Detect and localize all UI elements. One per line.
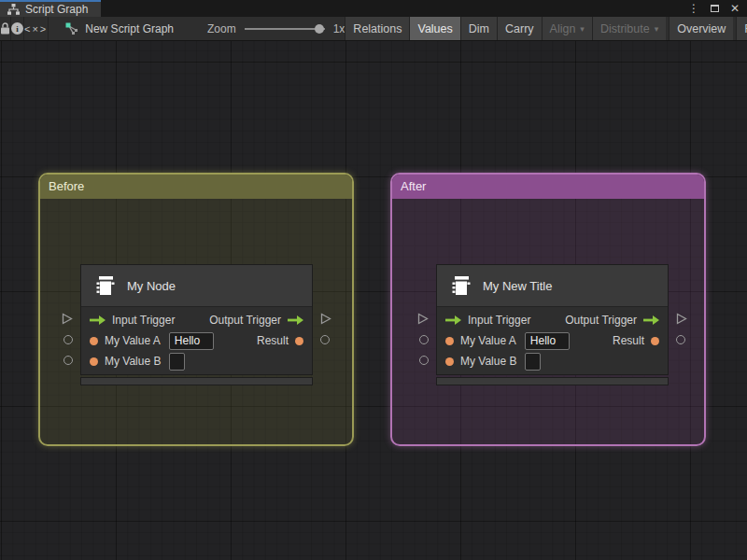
- flow-arrow-icon[interactable]: [445, 315, 461, 325]
- value-a-label: My Value A: [460, 334, 516, 347]
- flow-arrow-icon[interactable]: [288, 315, 303, 325]
- values-toggle[interactable]: Values: [409, 17, 459, 40]
- chevron-down-icon: ▾: [580, 24, 585, 34]
- node-title: My New Title: [483, 279, 552, 293]
- window-controls: ⋮ ✕: [688, 0, 747, 17]
- maximize-icon[interactable]: [711, 5, 719, 12]
- carry-toggle[interactable]: Carry: [497, 17, 542, 40]
- flow-arrow-icon[interactable]: [90, 315, 106, 325]
- overview-label: Overview: [677, 22, 726, 35]
- external-value-port-icon[interactable]: [63, 356, 73, 365]
- value-port-icon[interactable]: [90, 357, 98, 366]
- output-trigger-label: Output Trigger: [565, 314, 637, 327]
- dim-label: Dim: [469, 22, 489, 35]
- value-a-input[interactable]: [169, 332, 214, 350]
- value-port-icon[interactable]: [445, 337, 454, 345]
- flow-arrow-icon[interactable]: [643, 315, 659, 325]
- dim-toggle[interactable]: Dim: [460, 17, 497, 40]
- relations-label: Relations: [353, 22, 402, 35]
- value-b-input[interactable]: [525, 353, 541, 371]
- relations-toggle[interactable]: Relations: [345, 17, 409, 40]
- external-flow-port-icon[interactable]: [676, 313, 687, 325]
- node-title: My Node: [127, 279, 176, 293]
- external-flow-port-icon[interactable]: [62, 313, 73, 325]
- result-label: Result: [257, 334, 289, 347]
- group-after-header[interactable]: After: [392, 175, 704, 199]
- node-header[interactable]: My New Title: [437, 265, 668, 307]
- lock-button[interactable]: [0, 17, 11, 40]
- value-port-icon[interactable]: [90, 337, 98, 345]
- port-row-triggers: Input Trigger Output Trigger: [437, 310, 668, 330]
- lock-icon: [0, 22, 10, 35]
- value-port-icon[interactable]: [295, 337, 303, 345]
- node-my-new-title[interactable]: My New Title Input Trigger Output Trigge…: [436, 264, 669, 385]
- external-value-port-icon[interactable]: [676, 335, 685, 344]
- value-a-input[interactable]: [525, 332, 570, 350]
- graph-toolbar: i <×> New Script Graph Zoom 1x Relations: [0, 17, 747, 41]
- external-value-port-icon[interactable]: [320, 335, 330, 344]
- external-value-port-icon[interactable]: [419, 335, 429, 344]
- code-preview-icon: <×>: [24, 23, 48, 35]
- value-port-icon[interactable]: [445, 357, 454, 366]
- align-dropdown[interactable]: Align ▾: [542, 17, 592, 40]
- carry-label: Carry: [505, 22, 534, 35]
- port-row-value-b: My Value B: [81, 351, 312, 371]
- script-graph-tab-icon: [7, 4, 20, 15]
- port-row-value-a: My Value A Result: [437, 330, 668, 351]
- value-b-label: My Value B: [460, 355, 516, 368]
- code-preview-button[interactable]: <×>: [24, 17, 49, 40]
- distribute-dropdown[interactable]: Distribute ▾: [592, 17, 666, 40]
- zoom-slider-thumb[interactable]: [315, 24, 324, 34]
- value-b-label: My Value B: [105, 355, 161, 368]
- tab-title: Script Graph: [25, 3, 88, 16]
- distribute-label: Distribute: [600, 22, 650, 35]
- group-before-title: Before: [49, 179, 84, 193]
- toolbar-toggles: Relations Values Dim Carry Align ▾ Distr…: [345, 17, 747, 40]
- group-before-header[interactable]: Before: [40, 175, 352, 199]
- chevron-down-icon: ▾: [655, 24, 659, 34]
- graph-canvas[interactable]: Before After: [0, 41, 747, 560]
- value-a-label: My Value A: [105, 334, 161, 347]
- zoom-value: 1x: [333, 22, 345, 35]
- external-flow-port-icon[interactable]: [320, 313, 331, 325]
- port-row-value-b: My Value B: [437, 351, 668, 371]
- external-value-port-icon[interactable]: [63, 335, 73, 344]
- node-footer: [80, 377, 313, 385]
- result-label: Result: [613, 334, 644, 347]
- align-label: Align: [550, 22, 576, 35]
- close-icon[interactable]: ✕: [730, 0, 740, 17]
- input-trigger-label: Input Trigger: [468, 314, 530, 327]
- port-row-triggers: Input Trigger Output Trigger: [81, 310, 312, 330]
- port-row-value-a: My Value A Result: [81, 330, 312, 351]
- node-header[interactable]: My Node: [81, 265, 312, 307]
- values-label: Values: [417, 22, 452, 35]
- value-port-icon[interactable]: [651, 337, 659, 345]
- script-graph-window: Script Graph ⋮ ✕ i <×>: [0, 0, 747, 560]
- external-value-port-icon[interactable]: [419, 356, 429, 365]
- input-trigger-label: Input Trigger: [112, 314, 175, 327]
- graph-name-label: New Script Graph: [85, 22, 174, 35]
- info-icon: i: [11, 22, 23, 35]
- fullscreen-button[interactable]: Full Screen: [736, 17, 747, 40]
- graph-icon: [65, 22, 78, 35]
- node-footer: [436, 377, 669, 385]
- zoom-control: Zoom 1x: [207, 17, 345, 40]
- info-button[interactable]: i: [11, 17, 24, 40]
- window-menu-icon[interactable]: ⋮: [688, 0, 699, 17]
- zoom-label: Zoom: [207, 22, 236, 35]
- group-after-title: After: [401, 179, 426, 193]
- node-my-node[interactable]: My Node Input Trigger Output Trigger: [80, 264, 313, 385]
- overview-button[interactable]: Overview: [669, 17, 733, 40]
- output-trigger-label: Output Trigger: [209, 314, 281, 327]
- tab-script-graph[interactable]: Script Graph: [0, 0, 101, 17]
- unit-node-icon: [92, 274, 118, 297]
- unit-node-icon: [448, 274, 473, 297]
- external-flow-port-icon[interactable]: [417, 313, 429, 325]
- value-b-input[interactable]: [169, 353, 185, 371]
- zoom-slider[interactable]: [245, 28, 325, 30]
- graph-breadcrumb-button[interactable]: New Script Graph: [56, 17, 183, 40]
- window-tab-bar: Script Graph ⋮ ✕: [0, 0, 747, 17]
